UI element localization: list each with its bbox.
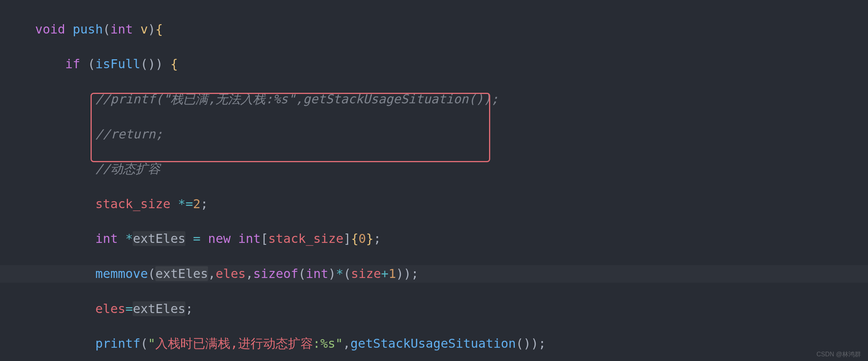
code-line: void push(int v){ — [0, 21, 868, 38]
code-line: int *extEles = new int[stack_size]{0}; — [0, 230, 868, 248]
paren: ) — [148, 22, 155, 37]
keyword-sizeof: sizeof — [253, 266, 299, 281]
semicolon: ; — [201, 196, 208, 211]
bracket: ] — [343, 231, 351, 246]
operator: * — [336, 266, 343, 281]
paren: ) — [404, 266, 411, 281]
code-line: //动态扩容 — [0, 160, 868, 178]
watermark: CSDN @林鸿群 — [816, 350, 861, 359]
comment: //动态扩容 — [95, 161, 160, 176]
function-call: isFull — [95, 57, 141, 71]
number: 2 — [193, 196, 201, 211]
operator: = — [193, 231, 201, 246]
code-block: void push(int v){ if (isFull()) { //prin… — [0, 0, 868, 361]
paren: ( — [148, 266, 155, 281]
code-line: stack_size *=2; — [0, 195, 868, 213]
paren: ( — [298, 266, 306, 281]
keyword-int: int — [110, 22, 133, 37]
operator: * — [125, 231, 133, 246]
function-name: push — [73, 22, 103, 37]
function-call: printf — [95, 336, 141, 351]
code-line: memmove(extEles,eles,sizeof(int)*(size+1… — [0, 265, 868, 283]
bracket: [ — [261, 231, 268, 246]
semicolon: ; — [411, 266, 418, 281]
comma: , — [208, 266, 215, 281]
brace: } — [366, 231, 374, 246]
brace: { — [155, 22, 163, 37]
operator: *= — [178, 196, 193, 211]
brace: { — [351, 231, 358, 246]
identifier: size — [351, 266, 381, 281]
function-call: memmove — [95, 266, 148, 281]
semicolon: ; — [185, 301, 193, 316]
paren: ) — [328, 266, 336, 281]
paren: ( — [103, 22, 110, 37]
string-fmt: :%s — [313, 336, 336, 351]
paren: ) — [396, 266, 404, 281]
code-line: //printf("栈已满,无法入栈:%s",getStackUsageSitu… — [0, 90, 868, 108]
code-line: printf("入栈时已满栈,进行动态扩容:%s",getStackUsageS… — [0, 335, 868, 352]
paren: ( — [343, 266, 351, 281]
number: 0 — [358, 231, 366, 246]
code-line: if (isFull()) { — [0, 55, 868, 73]
keyword-int: int — [238, 231, 261, 246]
comment: //printf("栈已满,无法入栈:%s",getStackUsageSitu… — [95, 92, 498, 106]
paren: ( — [141, 336, 148, 351]
variable-highlighted: extEles — [133, 231, 185, 246]
semicolon: ; — [374, 231, 381, 246]
code-line: eles=extEles; — [0, 300, 868, 318]
string-cn: 入栈时已满栈,进行动态扩容 — [155, 336, 313, 351]
comma: , — [245, 266, 253, 281]
identifier: eles — [95, 301, 125, 316]
comma: , — [343, 336, 350, 351]
code-line: //return; — [0, 126, 868, 143]
identifier: stack_size — [268, 231, 343, 246]
comment: //return; — [95, 127, 163, 142]
function-call: getStackUsageSituation — [350, 336, 516, 351]
paren: ) — [531, 336, 538, 351]
number: 1 — [388, 266, 396, 281]
identifier: eles — [215, 266, 245, 281]
string-quote: " — [148, 336, 155, 351]
operator: = — [125, 301, 133, 316]
parens: () — [141, 57, 156, 71]
keyword-new: new — [208, 231, 231, 246]
parens: () — [516, 336, 531, 351]
operator: + — [381, 266, 388, 281]
keyword-int: int — [306, 266, 329, 281]
identifier: stack_size — [95, 196, 171, 211]
paren: ) — [155, 57, 163, 71]
brace: { — [171, 57, 178, 71]
variable-highlighted: extEles — [155, 266, 208, 281]
param: v — [141, 22, 148, 37]
string-quote: " — [335, 336, 343, 351]
semicolon: ; — [538, 336, 546, 351]
keyword-if: if — [65, 57, 80, 71]
paren: ( — [88, 57, 95, 71]
keyword-int: int — [95, 231, 118, 246]
keyword-void: void — [35, 22, 65, 37]
variable-highlighted: extEles — [133, 301, 185, 316]
